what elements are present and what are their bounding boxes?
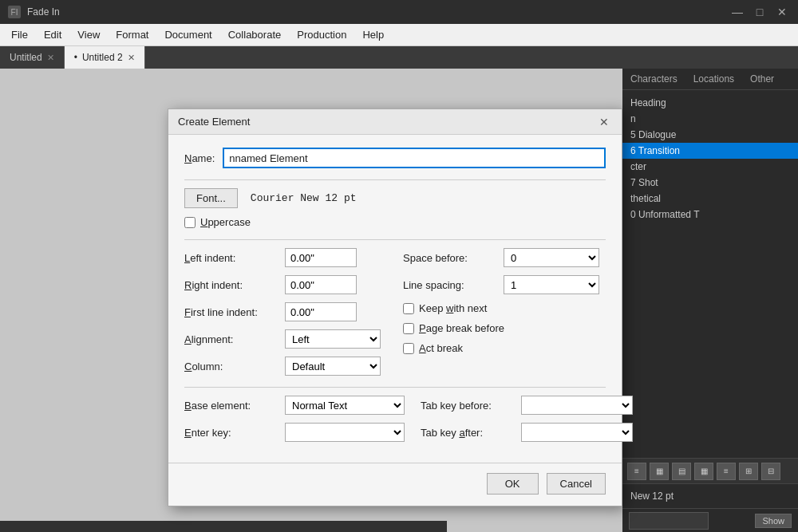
list-item[interactable]: 0 Unformatted T <box>622 207 798 223</box>
base-element-label: Base element: <box>184 400 280 412</box>
maximize-button[interactable]: □ <box>752 6 768 18</box>
font-row: Font... Courier New 12 pt <box>184 188 606 208</box>
dialog-title-text: Create Element <box>178 116 596 128</box>
window-controls: — □ ✕ <box>729 6 790 18</box>
menu-document[interactable]: Document <box>156 26 219 44</box>
right-indent-input[interactable] <box>285 275 357 294</box>
menu-file[interactable]: File <box>3 26 36 44</box>
enter-key-label: Enter key: <box>184 427 280 439</box>
menu-view[interactable]: View <box>69 26 108 44</box>
base-col-left: Base element: Normal Text Heading Action… <box>184 396 405 442</box>
title-bar: FI Fade In — □ ✕ <box>0 0 798 24</box>
left-indent-input[interactable] <box>285 248 357 267</box>
right-indent-row: Right indent: <box>184 275 387 294</box>
editor-area[interactable]: Create Element ✕ Name: Font... <box>0 69 622 532</box>
tab-untitled2-label: Untitled 2 <box>82 52 123 63</box>
form-columns: Left indent: Right indent: First line in… <box>184 248 606 376</box>
create-element-dialog: Create Element ✕ Name: Font... <box>168 108 622 506</box>
list-item[interactable]: thetical <box>622 191 798 207</box>
uppercase-checkbox[interactable] <box>184 217 196 228</box>
right-indent-label: Right indent: <box>184 279 280 291</box>
dialog-close-button[interactable]: ✕ <box>596 114 612 130</box>
dialog-title-bar: Create Element ✕ <box>168 109 622 135</box>
line-spacing-select[interactable]: 1 1.5 2 <box>504 275 599 294</box>
panel-tab-locations[interactable]: Locations <box>685 69 742 89</box>
list-item[interactable]: n <box>622 111 798 127</box>
font-button[interactable]: Font... <box>184 188 238 208</box>
uppercase-label[interactable]: Uppercase <box>200 216 251 228</box>
first-line-indent-input[interactable] <box>285 302 357 321</box>
menu-help[interactable]: Help <box>354 26 392 44</box>
panel-tool-6[interactable]: ⊞ <box>739 463 758 480</box>
panel-show-button[interactable]: Show <box>755 514 792 528</box>
tab-untitled-close[interactable]: ✕ <box>47 53 54 63</box>
menu-bar: File Edit View Format Document Collabora… <box>0 24 798 46</box>
menu-collaborate[interactable]: Collaborate <box>220 26 290 44</box>
list-item-selected[interactable]: 6 Transition <box>622 143 798 159</box>
app-title: Fade In <box>27 6 60 18</box>
base-element-row: Base element: Normal Text Heading Action… <box>184 396 405 415</box>
tab-key-after-label: Tab key after: <box>421 427 516 439</box>
tab-key-after-select[interactable] <box>521 423 633 442</box>
panel-tab-other[interactable]: Other <box>742 69 782 89</box>
uppercase-row: Uppercase <box>184 216 606 228</box>
separator-3 <box>184 387 606 388</box>
form-col-left: Left indent: Right indent: First line in… <box>184 248 387 376</box>
page-break-before-checkbox[interactable] <box>403 323 414 334</box>
name-input[interactable] <box>223 148 606 168</box>
menu-format[interactable]: Format <box>108 26 156 44</box>
space-before-select[interactable]: 0 1 2 <box>504 248 599 267</box>
tab-untitled2-close[interactable]: ✕ <box>128 53 135 63</box>
base-col-right: Tab key before: Tab key after: <box>421 396 633 442</box>
name-row: Name: <box>184 148 606 168</box>
list-item[interactable]: cter <box>622 159 798 175</box>
menu-production[interactable]: Production <box>289 26 354 44</box>
panel-search-input[interactable] <box>629 512 709 530</box>
list-item[interactable]: 5 Dialogue <box>622 127 798 143</box>
act-break-label[interactable]: Act break <box>419 342 463 354</box>
tab-key-before-select[interactable] <box>521 396 633 415</box>
first-line-indent-row: First line indent: <box>184 302 387 321</box>
column-select[interactable]: Default <box>285 357 381 376</box>
first-line-indent-label: First line indent: <box>184 306 280 318</box>
tab-untitled2[interactable]: • Untitled 2 ✕ <box>65 46 145 69</box>
line-spacing-label: Line spacing: <box>403 279 499 291</box>
close-button[interactable]: ✕ <box>774 6 790 18</box>
tab-untitled[interactable]: Untitled ✕ <box>0 46 65 69</box>
act-break-checkbox[interactable] <box>403 343 414 354</box>
panel-tool-1[interactable]: ≡ <box>627 463 646 480</box>
left-indent-label: Left indent: <box>184 252 280 264</box>
separator-1 <box>184 179 606 180</box>
ok-button[interactable]: OK <box>487 473 539 495</box>
separator-2 <box>184 239 606 240</box>
tab-key-after-row: Tab key after: <box>421 423 633 442</box>
enter-key-row: Enter key: <box>184 423 405 442</box>
panel-tool-7[interactable]: ⊟ <box>761 463 780 480</box>
list-item[interactable]: 7 Shot <box>622 175 798 191</box>
panel-tool-4[interactable]: ▦ <box>694 463 713 480</box>
panel-font-text: New 12 pt <box>630 491 674 502</box>
page-break-before-label[interactable]: Page break before <box>419 322 504 334</box>
panel-tab-characters[interactable]: Characters <box>622 69 685 89</box>
column-row: Column: Default <box>184 357 387 376</box>
panel-tabs: Characters Locations Other <box>622 69 798 90</box>
panel-tool-2[interactable]: ▦ <box>650 463 669 480</box>
alignment-select[interactable]: Left Center Right <box>285 329 381 349</box>
space-before-row: Space before: 0 1 2 <box>403 248 606 267</box>
keep-with-next-label[interactable]: Keep with next <box>419 302 487 314</box>
space-before-label: Space before: <box>403 252 499 264</box>
panel-tool-3[interactable]: ▤ <box>672 463 691 480</box>
app-icon: FI <box>8 6 21 18</box>
list-item[interactable]: Heading <box>622 95 798 111</box>
enter-key-select[interactable] <box>285 423 405 442</box>
panel-tool-5[interactable]: ≡ <box>717 463 736 480</box>
keep-with-next-checkbox[interactable] <box>403 303 414 314</box>
dialog-buttons: OK Cancel <box>168 463 622 506</box>
font-display: Courier New 12 pt <box>251 192 357 204</box>
panel-bottom-bar: Show <box>622 508 798 532</box>
minimize-button[interactable]: — <box>729 6 745 18</box>
base-row: Base element: Normal Text Heading Action… <box>184 396 606 442</box>
cancel-button[interactable]: Cancel <box>547 473 606 495</box>
base-element-select[interactable]: Normal Text Heading Action Dialogue <box>285 396 405 415</box>
menu-edit[interactable]: Edit <box>36 26 69 44</box>
